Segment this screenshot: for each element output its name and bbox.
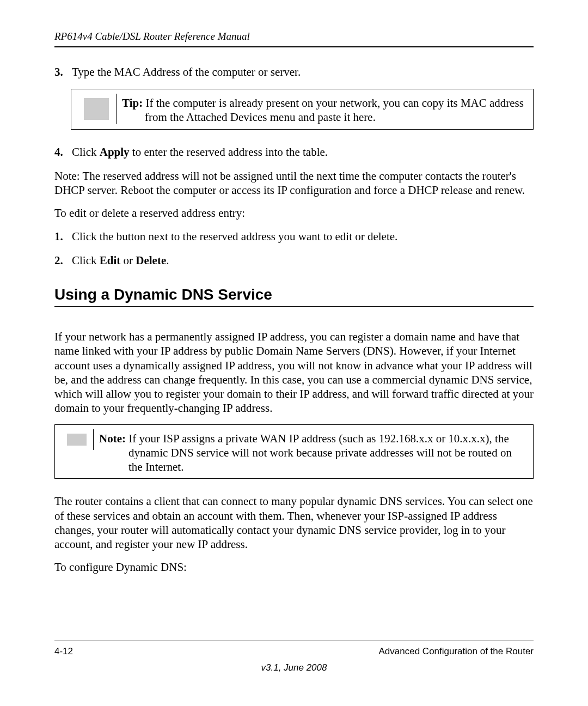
tip-callout: Tip: If the computer is already present …: [71, 89, 534, 130]
ordered-list-item: 3. Type the MAC Address of the computer …: [54, 65, 534, 79]
note-icon: [60, 429, 94, 450]
document-page: RP614v4 Cable/DSL Router Reference Manua…: [0, 0, 588, 706]
paragraph: Note: The reserved address will not be a…: [54, 169, 534, 198]
version-line: v3.1, June 2008: [54, 662, 534, 673]
running-header-text: RP614v4 Cable/DSL Router Reference Manua…: [54, 31, 250, 42]
tip-icon: [77, 94, 117, 124]
placeholder-icon: [84, 98, 109, 120]
placeholder-icon: [67, 434, 87, 446]
tip-text: If the computer is already present on yo…: [143, 96, 524, 124]
paragraph: The router contains a client that can co…: [54, 494, 534, 551]
page-footer: 4-12 Advanced Configuration of the Route…: [54, 641, 534, 657]
tip-body: Tip: If the computer is already present …: [122, 94, 528, 125]
chapter-title: Advanced Configuration of the Router: [379, 646, 534, 657]
list-number: 3.: [54, 65, 72, 79]
list-number: 4.: [54, 145, 72, 159]
section-heading: Using a Dynamic DNS Service: [54, 285, 534, 307]
list-text: Click Apply to enter the reserved addres…: [72, 145, 328, 159]
paragraph: If your network has a permanently assign…: [54, 330, 534, 416]
ordered-list-item: 1. Click the button next to the reserved…: [54, 229, 534, 244]
tip-label: Tip:: [122, 96, 143, 109]
ordered-list-item: 4. Click Apply to enter the reserved add…: [54, 145, 534, 159]
list-number: 1.: [54, 229, 72, 244]
ordered-list-item: 2. Click Edit or Delete.: [54, 253, 534, 267]
note-text: If your ISP assigns a private WAN IP add…: [126, 432, 512, 474]
note-callout: Note: If your ISP assigns a private WAN …: [54, 424, 534, 479]
running-header: RP614v4 Cable/DSL Router Reference Manua…: [54, 30, 534, 47]
list-text: Type the MAC Address of the computer or …: [72, 65, 301, 79]
list-text: Click the button next to the reserved ad…: [72, 229, 397, 244]
page-number: 4-12: [54, 646, 73, 657]
note-label: Note:: [99, 432, 126, 445]
list-number: 2.: [54, 253, 72, 267]
paragraph: To edit or delete a reserved address ent…: [54, 206, 534, 220]
list-text: Click Edit or Delete.: [72, 253, 169, 267]
note-body: Note: If your ISP assigns a private WAN …: [99, 429, 528, 474]
paragraph: To configure Dynamic DNS:: [54, 560, 534, 574]
